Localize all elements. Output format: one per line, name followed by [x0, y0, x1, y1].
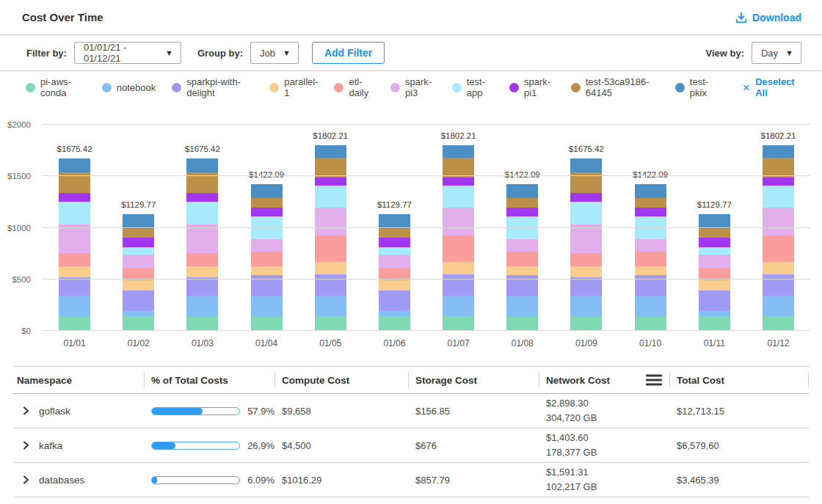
total-cost-cell: $12,713.15 — [669, 406, 809, 417]
y-axis: $0$500$1000$1500$2000 — [0, 125, 37, 331]
bar-segment-test-53ca9186-64145 — [699, 229, 730, 238]
bar-segment-etl-daily — [506, 252, 538, 266]
bar-01/01: $1675.42 — [43, 125, 106, 331]
storage-cost-cell: $676 — [408, 440, 539, 451]
header: Cost Over Time Download — [0, 0, 822, 35]
bar-segment-parallel-1 — [315, 262, 346, 274]
legend-item-test-pkix[interactable]: test-pkix — [675, 76, 718, 98]
bar-total-label: $1422.09 — [249, 170, 284, 179]
legend-dot-icon — [269, 83, 279, 92]
bar-segment-spark-pi3 — [186, 224, 218, 253]
table-row-kafka[interactable]: kafka26.9%$4,500$676$1,403.60178,377 GB$… — [13, 428, 809, 463]
bar-stack — [379, 214, 410, 331]
group-by-value: Job — [260, 48, 275, 59]
bar-segment-etl-daily — [251, 252, 283, 266]
legend-dot-icon — [334, 83, 343, 92]
gridline — [43, 330, 810, 331]
legend-label: etl-daily — [349, 76, 374, 98]
column-header-percent[interactable]: % of Total Costs — [144, 367, 274, 393]
bar-total-label: $1129.77 — [121, 200, 156, 209]
legend-item-test-53ca9186-64145[interactable]: test-53ca9186-64145 — [571, 76, 659, 98]
bar-total-label: $1422.09 — [505, 170, 540, 179]
legend-item-test-app[interactable]: test-app — [452, 76, 493, 98]
column-header-network[interactable]: Network Cost — [539, 367, 669, 393]
bar-01/09: $1675.42 — [554, 125, 618, 331]
download-button[interactable]: Download — [735, 12, 801, 23]
legend-item-pi-aws-conda[interactable]: pi-aws-conda — [26, 76, 86, 98]
column-header-total[interactable]: Total Cost — [669, 367, 809, 393]
bar-segment-spark-pi3 — [635, 239, 666, 252]
network-gb-value: 102,217 GB — [546, 480, 669, 494]
bar-segment-pi-aws-conda — [763, 316, 794, 331]
view-by-dropdown[interactable]: Day ▼ — [752, 42, 801, 64]
bar-total-label: $1129.77 — [697, 200, 732, 209]
network-gb-value: 178,377 GB — [546, 445, 669, 460]
bar-total-label: $1129.77 — [377, 200, 412, 209]
column-header-namespace[interactable]: Namespace — [13, 367, 144, 393]
bar-segment-spark-pi3 — [251, 239, 283, 252]
compute-cost-cell: $9,658 — [274, 406, 408, 417]
bar-stack — [186, 158, 218, 331]
chevron-right-icon[interactable] — [22, 475, 30, 484]
deselect-all-button[interactable]: ✕ Deselect All — [742, 76, 801, 98]
date-range-value: 01/01/21 - 01/12/21 — [84, 42, 158, 64]
deselect-all-label: Deselect All — [755, 76, 801, 98]
table-row-goflask[interactable]: goflask57.9%$9,658$156.85$2,898.30304,72… — [13, 394, 809, 428]
namespace-name: kafka — [39, 440, 62, 451]
legend-item-spark-pi3[interactable]: spark-pi3 — [390, 76, 436, 98]
add-filter-button[interactable]: Add Filter — [312, 42, 385, 64]
legend-item-spark-pi1[interactable]: spark-pi1 — [509, 76, 555, 98]
legend-label: parallel-1 — [284, 76, 318, 98]
percent-cell: 57.9% — [144, 406, 274, 417]
bar-stack — [123, 214, 154, 331]
bar-segment-etl-daily — [635, 252, 666, 266]
column-header-compute[interactable]: Compute Cost — [274, 367, 408, 393]
x-tick-label: 01/08 — [490, 338, 554, 348]
bar-segment-etl-daily — [443, 235, 474, 262]
namespace-cell: kafka — [13, 440, 144, 451]
bar-01/08: $1422.09 — [490, 125, 554, 331]
bar-segment-spark-pi1 — [59, 193, 90, 202]
bar-01/03: $1675.42 — [170, 125, 234, 331]
x-tick-label: 01/12 — [746, 338, 810, 348]
view-by-value: Day — [761, 48, 778, 59]
bar-total-label: $1675.42 — [185, 145, 220, 153]
bar-segment-sparkpi-with-delight — [699, 291, 730, 310]
bar-segment-test-app — [699, 247, 730, 255]
bar-01/02: $1129.77 — [106, 125, 170, 331]
legend-item-notebook[interactable]: notebook — [102, 82, 156, 93]
filter-bar: Filter by: 01/01/21 - 01/12/21 ▼ Group b… — [0, 35, 822, 71]
table-row-databases[interactable]: databases6.09%$1016.29$857.79$1,591.3110… — [13, 463, 809, 497]
close-icon: ✕ — [742, 82, 750, 93]
chevron-right-icon[interactable] — [22, 406, 30, 415]
bar-stack — [763, 145, 794, 331]
download-icon — [735, 12, 747, 23]
namespace-cell: goflask — [13, 406, 144, 417]
legend-dot-icon — [102, 83, 112, 92]
legend-item-etl-daily[interactable]: etl-daily — [334, 76, 374, 98]
bar-segment-sparkpi-with-delight — [123, 291, 154, 310]
bar-segment-test-pkix — [186, 158, 218, 172]
bar-segment-spark-pi3 — [123, 255, 154, 268]
menu-icon[interactable] — [646, 375, 662, 386]
bar-segment-pi-aws-conda — [251, 317, 283, 331]
legend-item-sparkpi-with-delight[interactable]: sparkpi-with-delight — [172, 76, 253, 98]
legend-item-parallel-1[interactable]: parallel-1 — [269, 76, 318, 98]
bar-segment-spark-pi1 — [635, 208, 666, 216]
group-by-dropdown[interactable]: Job ▼ — [250, 42, 299, 64]
bar-segment-sparkpi-with-delight — [59, 277, 90, 296]
network-cost-value: $1,591.31 — [546, 465, 669, 480]
table-header-row: Namespace % of Total Costs Compute Cost … — [13, 367, 809, 394]
bar-segment-test-pkix — [570, 158, 602, 172]
percent-progress-bar — [151, 442, 240, 450]
bar-segment-pi-aws-conda — [123, 316, 154, 331]
bar-segment-test-53ca9186-64145 — [251, 198, 283, 208]
chevron-right-icon[interactable] — [22, 441, 30, 450]
bar-segment-parallel-1 — [379, 280, 410, 291]
date-range-dropdown[interactable]: 01/01/21 - 01/12/21 ▼ — [74, 42, 181, 64]
bar-segment-parallel-1 — [570, 266, 602, 277]
column-header-storage[interactable]: Storage Cost — [408, 367, 539, 393]
bar-total-label: $1422.09 — [633, 170, 668, 179]
bar-segment-test-53ca9186-64145 — [123, 229, 154, 238]
bar-total-label: $1675.42 — [57, 145, 92, 153]
